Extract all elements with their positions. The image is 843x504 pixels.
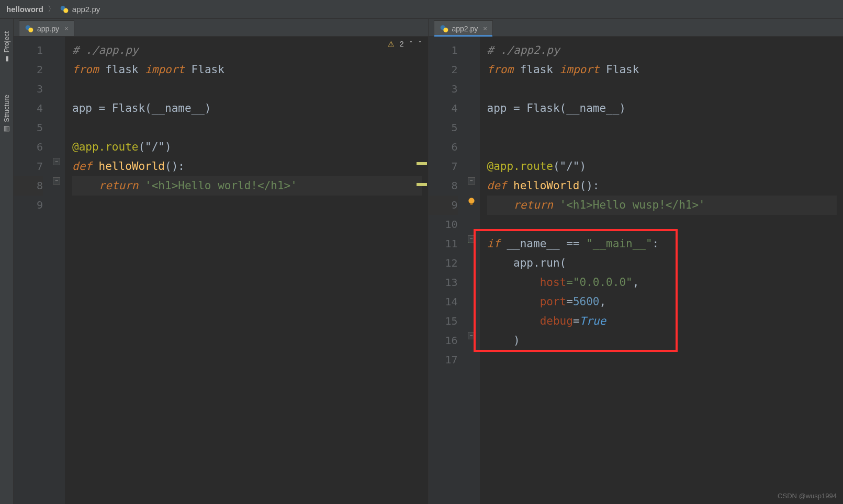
breadcrumb-project[interactable]: helloword bbox=[6, 5, 43, 14]
line-number: 7 bbox=[14, 157, 43, 176]
code-token: helloWorld bbox=[507, 179, 579, 192]
breadcrumb-file-label: app2.py bbox=[72, 5, 100, 14]
line-number: 14 bbox=[429, 292, 458, 312]
inspections-widget[interactable]: ⚠ 2 ˄ ˅ bbox=[388, 40, 422, 48]
code-token: return bbox=[513, 199, 553, 211]
fold-toggle-icon[interactable]: − bbox=[53, 158, 60, 165]
code-token: ="0.0.0.0" bbox=[566, 276, 632, 289]
code-token: # ./app2.py bbox=[487, 44, 560, 56]
code-token: = bbox=[566, 295, 573, 308]
code-token: Flask bbox=[599, 63, 639, 76]
code-token: ) bbox=[487, 334, 520, 347]
code-token: import bbox=[145, 63, 185, 76]
code-token: '<h1>Hello world!</h1>' bbox=[138, 179, 297, 192]
line-number: 8 bbox=[429, 176, 458, 196]
code-token: == bbox=[566, 237, 579, 250]
code-token: flask bbox=[513, 63, 560, 76]
tab-app-py-label: app.py bbox=[37, 25, 59, 33]
chevron-down-icon[interactable]: ˅ bbox=[418, 40, 422, 48]
warning-icon: ⚠ bbox=[388, 40, 395, 48]
fold-toggle-icon[interactable]: − bbox=[468, 332, 475, 339]
code-token: # ./app.py bbox=[72, 44, 138, 56]
intention-bulb-icon[interactable] bbox=[467, 197, 476, 206]
code-token: '<h1>Hello wusp!</h1>' bbox=[553, 199, 705, 211]
code-token: port bbox=[540, 295, 567, 308]
structure-icon: ▥ bbox=[3, 125, 10, 133]
scrollbar-right[interactable] bbox=[837, 37, 843, 504]
line-number: 3 bbox=[14, 79, 43, 99]
python-file-icon bbox=[60, 5, 69, 14]
code-token: , bbox=[599, 295, 606, 308]
chevron-up-icon[interactable]: ˄ bbox=[409, 40, 413, 48]
tab-bar-left: app.py × bbox=[14, 19, 428, 37]
line-number: 16 bbox=[429, 331, 458, 350]
line-number: 9 bbox=[14, 196, 43, 215]
tool-window-strip: ▮ Project ▥ Structure bbox=[0, 19, 14, 504]
gutter-right: 1 2 3 4 5 6 7 8 9 10 11 12 13 14 15 16 1… bbox=[429, 37, 465, 504]
fold-toggle-icon[interactable]: − bbox=[468, 235, 475, 243]
breadcrumb: helloword 〉 app2.py bbox=[0, 0, 843, 19]
breadcrumb-file[interactable]: app2.py bbox=[60, 5, 100, 14]
tab-app-py[interactable]: app.py × bbox=[19, 20, 74, 36]
code-left[interactable]: ⚠ 2 ˄ ˅ # ./app.py from flask import Fla… bbox=[65, 37, 428, 504]
code-token: app.run( bbox=[487, 257, 567, 269]
svg-point-3 bbox=[28, 27, 33, 32]
code-token: = bbox=[573, 315, 580, 327]
fold-gutter-right: − − − bbox=[465, 37, 480, 504]
fold-gutter-left: − − bbox=[50, 37, 65, 504]
line-number: 9 bbox=[429, 196, 458, 215]
line-number: 15 bbox=[429, 312, 458, 331]
code-token: @app.route bbox=[72, 141, 138, 153]
tool-project-button[interactable]: ▮ Project bbox=[3, 31, 10, 63]
tool-project-label: Project bbox=[3, 31, 10, 52]
code-token: (): bbox=[165, 160, 185, 173]
tool-structure-button[interactable]: ▥ Structure bbox=[3, 95, 10, 133]
breadcrumb-project-label: helloword bbox=[6, 5, 43, 14]
line-number: 10 bbox=[429, 215, 458, 234]
editor-pane-left: app.py × 1 2 3 4 5 6 7 8 9 − − ⚠ bbox=[14, 19, 429, 504]
code-right[interactable]: # ./app2.py from flask import Flask app … bbox=[480, 37, 844, 504]
line-number: 7 bbox=[429, 157, 458, 176]
line-number: 4 bbox=[429, 99, 458, 118]
code-token: def bbox=[72, 160, 92, 173]
close-icon[interactable]: × bbox=[64, 25, 69, 32]
svg-point-1 bbox=[63, 8, 68, 13]
code-token: ("/") bbox=[553, 160, 586, 173]
code-token: return bbox=[99, 179, 139, 192]
code-token: : bbox=[653, 237, 659, 250]
tool-structure-label: Structure bbox=[3, 95, 10, 122]
code-token: if bbox=[487, 237, 500, 250]
folder-icon: ▮ bbox=[3, 55, 10, 63]
code-token: 5600 bbox=[573, 295, 600, 308]
breadcrumb-sep-icon: 〉 bbox=[48, 4, 55, 14]
editor-right[interactable]: 1 2 3 4 5 6 7 8 9 10 11 12 13 14 15 16 1… bbox=[429, 37, 844, 504]
code-token: from bbox=[72, 63, 99, 76]
watermark: CSDN @wusp1994 bbox=[778, 492, 837, 500]
svg-point-6 bbox=[468, 198, 474, 203]
fold-toggle-icon[interactable]: − bbox=[468, 177, 475, 185]
close-icon[interactable]: × bbox=[483, 25, 487, 32]
code-token: helloWorld bbox=[92, 160, 165, 173]
code-token: ("/") bbox=[138, 141, 171, 153]
editor-pane-right: app2.py × 1 2 3 4 5 6 7 8 9 10 11 12 13 … bbox=[429, 19, 844, 504]
code-token: app = Flask(__name__) bbox=[487, 102, 626, 114]
line-number: 17 bbox=[429, 350, 458, 370]
line-number: 3 bbox=[429, 79, 458, 99]
tab-bar-right: app2.py × bbox=[429, 19, 844, 37]
line-number: 5 bbox=[429, 118, 458, 138]
line-number: 8 bbox=[14, 176, 43, 196]
line-number: 12 bbox=[429, 254, 458, 273]
line-number: 6 bbox=[14, 138, 43, 157]
code-token: True bbox=[580, 315, 606, 327]
scrollbar-left[interactable] bbox=[422, 37, 428, 504]
line-number: 1 bbox=[14, 41, 43, 60]
fold-toggle-icon[interactable]: − bbox=[53, 177, 60, 185]
code-token: import bbox=[560, 63, 600, 76]
svg-point-5 bbox=[443, 27, 448, 32]
code-token: , bbox=[633, 276, 639, 289]
line-number: 4 bbox=[14, 99, 43, 118]
editor-left[interactable]: 1 2 3 4 5 6 7 8 9 − − ⚠ 2 ˄ ˅ bbox=[14, 37, 428, 504]
tab-app2-py[interactable]: app2.py × bbox=[434, 20, 493, 36]
gutter-left: 1 2 3 4 5 6 7 8 9 bbox=[14, 37, 50, 504]
editor-split: app.py × 1 2 3 4 5 6 7 8 9 − − ⚠ bbox=[14, 19, 843, 504]
